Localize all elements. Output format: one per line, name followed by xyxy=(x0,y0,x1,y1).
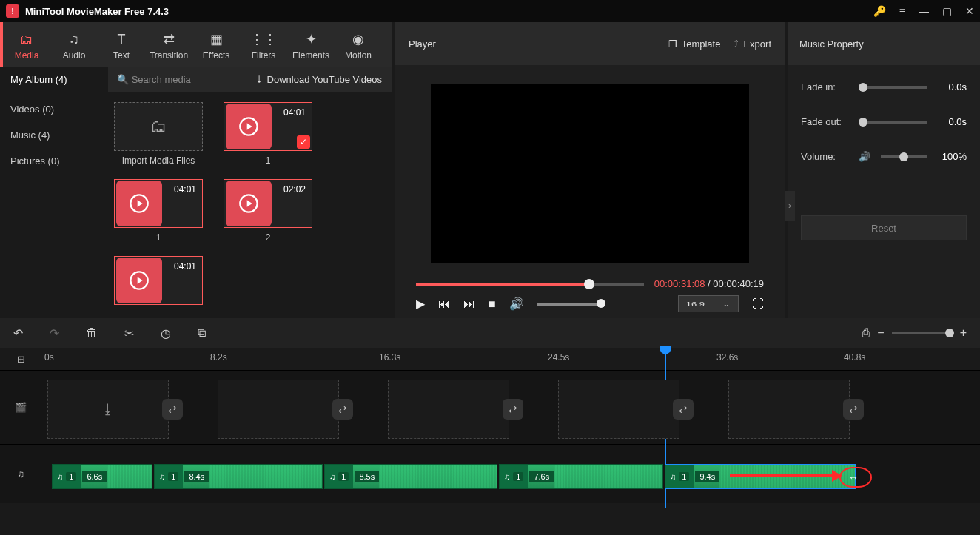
sidebar-item-pictures[interactable]: Pictures (0) xyxy=(0,148,108,174)
player-title: Player xyxy=(409,38,655,50)
volume-label: Volume: xyxy=(801,151,851,162)
volume-value: 100% xyxy=(934,151,967,162)
zoom-out-button[interactable]: − xyxy=(877,326,884,340)
search-input[interactable]: 🔍 Search media xyxy=(108,74,255,85)
volume-prop-slider[interactable] xyxy=(881,155,927,158)
export-button[interactable]: ⤴Export xyxy=(734,38,771,50)
video-track[interactable]: ⭳⇄ ⇄ ⇄ ⇄ ⇄ xyxy=(41,371,980,444)
reset-button[interactable]: Reset xyxy=(801,215,967,240)
tab-text[interactable]: TText xyxy=(98,29,145,61)
speed-button[interactable]: ◷ xyxy=(161,326,171,340)
video-slot[interactable]: ⇄ xyxy=(218,380,339,439)
transition-icon[interactable]: ⇄ xyxy=(332,399,353,420)
export-icon: ⤴ xyxy=(734,38,739,50)
fadein-value: 0.0s xyxy=(934,81,967,92)
volume-slider[interactable] xyxy=(537,303,604,306)
time-display: 00:00:31:08 / 00:00:40:19 xyxy=(654,278,764,289)
key-icon[interactable]: 🔑 xyxy=(873,5,886,17)
fadein-slider[interactable] xyxy=(859,86,927,89)
tab-audio[interactable]: ♫Audio xyxy=(50,29,98,61)
video-track-icon: 🎬 xyxy=(0,371,41,444)
download-youtube-button[interactable]: Download YouTube Videos xyxy=(255,74,392,85)
media-item-2[interactable]: 04:01 xyxy=(114,179,203,228)
stop-button[interactable]: ■ xyxy=(489,297,496,311)
transition-icon[interactable]: ⇄ xyxy=(503,399,523,420)
template-icon: ❐ xyxy=(668,38,677,50)
fadeout-label: Fade out: xyxy=(801,116,851,127)
tab-effects[interactable]: ▦Effects xyxy=(192,28,240,61)
fadein-label: Fade in: xyxy=(801,81,851,92)
tab-filters[interactable]: ⋮⋮Filters xyxy=(240,28,287,61)
import-label: Import Media Files xyxy=(114,155,203,166)
fullscreen-button[interactable]: ⛶ xyxy=(752,297,764,311)
zoom-slider[interactable] xyxy=(892,332,953,334)
volume-prop-icon: 🔊 xyxy=(859,151,870,162)
transition-icon[interactable]: ⇄ xyxy=(673,399,694,420)
media-item-1[interactable]: 04:01 ✓ xyxy=(224,102,312,151)
volume-icon[interactable]: 🔊 xyxy=(509,297,524,311)
app-title: MiniTool MovieMaker Free 7.4.3 xyxy=(25,6,873,17)
time-ruler[interactable]: 0s 8.2s 16.3s 24.5s 32.6s 40.8s xyxy=(41,348,980,370)
aspect-ratio-select[interactable]: 16:9⌄ xyxy=(678,295,739,312)
minimize-button[interactable]: — xyxy=(919,5,929,17)
crop-button[interactable]: ⧉ xyxy=(198,326,206,340)
main-toolbar: 🗂Media ♫Audio TText ⇄Transition ▦Effects… xyxy=(0,22,392,67)
annotation-arrow xyxy=(730,474,841,477)
next-button[interactable]: ⏭ xyxy=(463,297,475,311)
sidebar-item-videos[interactable]: Videos (0) xyxy=(0,96,108,122)
close-button[interactable]: ✕ xyxy=(965,5,974,17)
app-logo: ! xyxy=(6,4,19,18)
audio-track[interactable]: ♫16.6s ♫18.4s ♫18.5s ♫17.6s ♫19.4s ↔ xyxy=(41,445,980,503)
video-slot[interactable]: ⇄ xyxy=(558,380,679,439)
video-slot[interactable]: ⇄ xyxy=(388,380,509,439)
play-button[interactable]: ▶ xyxy=(416,297,425,311)
video-slot[interactable]: ⇄ xyxy=(728,380,850,439)
progress-bar[interactable] xyxy=(416,283,644,286)
fadeout-value: 0.0s xyxy=(934,116,967,127)
audio-clip[interactable]: ♫17.6s xyxy=(499,464,663,489)
property-title: Music Property xyxy=(788,22,980,65)
delete-button[interactable]: 🗑 xyxy=(86,326,98,340)
template-button[interactable]: ❐Template xyxy=(668,38,721,50)
add-track-button[interactable]: ⊞ xyxy=(0,348,41,370)
timeline-toolbar: ↶ ↷ 🗑 ✂ ◷ ⧉ ⎙ − + xyxy=(0,318,980,348)
split-button[interactable]: ✂ xyxy=(124,326,134,340)
transition-icon[interactable]: ⇄ xyxy=(843,399,864,420)
tab-media[interactable]: 🗂Media xyxy=(3,29,50,61)
audio-clip[interactable]: ♫16.6s xyxy=(52,464,152,489)
audio-track-icon: ♫ xyxy=(0,445,41,503)
maximize-button[interactable]: ▢ xyxy=(942,5,952,17)
audio-clip[interactable]: ♫18.4s xyxy=(154,464,323,489)
media-sidebar: Videos (0) Music (4) Pictures (0) xyxy=(0,92,108,318)
tab-elements[interactable]: ✦Elements xyxy=(287,28,335,61)
media-item-4[interactable]: 04:01 xyxy=(114,256,203,305)
panel-toggle[interactable]: › xyxy=(785,191,795,221)
check-icon: ✓ xyxy=(297,135,310,149)
redo-button[interactable]: ↷ xyxy=(50,326,59,340)
fadeout-slider[interactable] xyxy=(859,121,927,124)
undo-button[interactable]: ↶ xyxy=(13,326,23,340)
fit-icon[interactable]: ⎙ xyxy=(862,326,870,340)
tab-motion[interactable]: ◉Motion xyxy=(335,28,382,61)
menu-icon[interactable]: ≡ xyxy=(899,5,905,17)
transition-icon[interactable]: ⇄ xyxy=(162,399,183,420)
tab-transition[interactable]: ⇄Transition xyxy=(145,28,192,61)
title-bar: ! MiniTool MovieMaker Free 7.4.3 🔑 ≡ — ▢… xyxy=(0,0,980,22)
sidebar-item-music[interactable]: Music (4) xyxy=(0,122,108,148)
preview-screen xyxy=(431,84,749,263)
sidebar-item-album[interactable]: My Album (4) xyxy=(0,67,108,92)
media-grid: 🗂 Import Media Files 04:01 ✓ 1 04:01 xyxy=(108,92,392,318)
audio-clip[interactable]: ♫18.5s xyxy=(324,464,497,489)
zoom-in-button[interactable]: + xyxy=(960,326,967,340)
prev-button[interactable]: ⏮ xyxy=(438,297,450,311)
video-slot[interactable]: ⭳⇄ xyxy=(47,380,169,439)
media-item-3[interactable]: 02:02 xyxy=(224,179,312,228)
import-media-button[interactable]: 🗂 xyxy=(114,102,203,151)
resize-handle-icon[interactable]: ↔ xyxy=(848,471,859,483)
